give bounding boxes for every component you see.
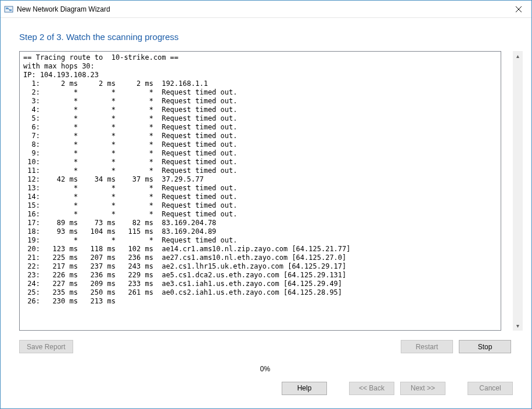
save-report-button: Save Report <box>19 340 73 353</box>
app-icon <box>4 5 13 14</box>
scan-output: == Tracing route to 10-strike.com == wit… <box>19 51 501 331</box>
stop-button[interactable]: Stop <box>459 340 511 353</box>
svg-rect-2 <box>9 9 12 11</box>
scroll-down-icon[interactable]: ▾ <box>513 321 523 331</box>
cancel-button: Cancel <box>468 382 513 395</box>
close-icon <box>516 6 522 12</box>
restart-button: Restart <box>401 340 453 353</box>
back-button: << Back <box>349 382 394 395</box>
step-heading: Step 2 of 3. Watch the scanning progress <box>19 32 513 42</box>
wizard-footer: Help << Back Next >> Cancel <box>1 376 531 408</box>
output-wrap: == Tracing route to 10-strike.com == wit… <box>19 51 513 331</box>
window-title: New Network Diagram Wizard <box>17 5 505 13</box>
scrollbar[interactable]: ▴ ▾ <box>513 51 523 331</box>
content-area: Step 2 of 3. Watch the scanning progress… <box>1 18 531 376</box>
svg-rect-1 <box>6 8 8 9</box>
scroll-up-icon[interactable]: ▴ <box>513 51 523 61</box>
action-row: Save Report Restart Stop <box>19 340 511 353</box>
help-button[interactable]: Help <box>282 382 327 395</box>
wizard-window: New Network Diagram Wizard Step 2 of 3. … <box>0 0 532 409</box>
close-button[interactable] <box>505 1 531 17</box>
next-button: Next >> <box>400 382 445 395</box>
progress-text: 0% <box>19 365 511 373</box>
titlebar: New Network Diagram Wizard <box>1 1 531 18</box>
